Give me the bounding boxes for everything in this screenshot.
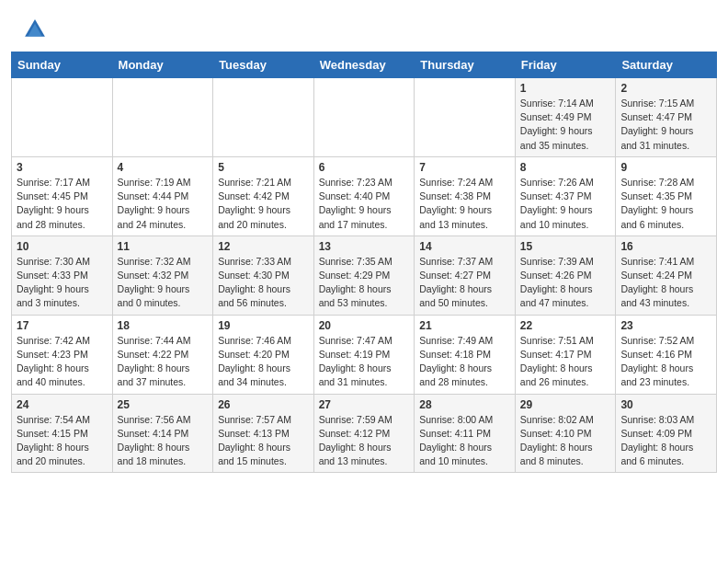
day-number: 12 [218,240,309,253]
day-number: 16 [620,240,711,253]
day-info: Sunrise: 7:54 AM Sunset: 4:15 PM Dayligh… [17,413,108,469]
day-info: Sunrise: 7:37 AM Sunset: 4:27 PM Dayligh… [419,255,510,311]
day-number: 3 [17,161,108,174]
day-info: Sunrise: 7:32 AM Sunset: 4:32 PM Dayligh… [118,255,209,311]
calendar-cell: 3Sunrise: 7:17 AM Sunset: 4:45 PM Daylig… [12,156,113,236]
day-info: Sunrise: 7:52 AM Sunset: 4:16 PM Dayligh… [620,334,711,390]
day-info: Sunrise: 7:21 AM Sunset: 4:42 PM Dayligh… [218,176,309,232]
calendar-cell: 11Sunrise: 7:32 AM Sunset: 4:32 PM Dayli… [112,236,213,315]
calendar-cell: 22Sunrise: 7:51 AM Sunset: 4:17 PM Dayli… [515,315,616,394]
day-info: Sunrise: 7:23 AM Sunset: 4:40 PM Dayligh… [319,176,410,232]
day-number: 10 [17,240,108,253]
day-info: Sunrise: 7:15 AM Sunset: 4:47 PM Dayligh… [620,97,711,153]
day-number: 25 [118,398,209,411]
calendar-header-row: SundayMondayTuesdayWednesdayThursdayFrid… [12,52,717,78]
calendar-cell: 27Sunrise: 7:59 AM Sunset: 4:12 PM Dayli… [313,394,415,473]
day-info: Sunrise: 7:19 AM Sunset: 4:44 PM Dayligh… [118,176,209,232]
calendar-cell [112,78,213,157]
day-number: 29 [520,398,611,411]
calendar-cell: 17Sunrise: 7:42 AM Sunset: 4:23 PM Dayli… [12,315,113,394]
day-info: Sunrise: 7:26 AM Sunset: 4:37 PM Dayligh… [520,176,611,232]
day-number: 1 [520,82,611,95]
day-info: Sunrise: 7:44 AM Sunset: 4:22 PM Dayligh… [118,334,209,390]
calendar-cell: 24Sunrise: 7:54 AM Sunset: 4:15 PM Dayli… [12,394,113,473]
calendar-cell: 4Sunrise: 7:19 AM Sunset: 4:44 PM Daylig… [112,156,213,236]
day-info: Sunrise: 7:33 AM Sunset: 4:30 PM Dayligh… [218,255,309,311]
calendar-cell: 30Sunrise: 8:03 AM Sunset: 4:09 PM Dayli… [616,394,717,473]
day-number: 9 [620,161,711,174]
day-number: 15 [520,240,611,253]
calendar-cell: 15Sunrise: 7:39 AM Sunset: 4:26 PM Dayli… [515,236,616,315]
calendar-cell: 8Sunrise: 7:26 AM Sunset: 4:37 PM Daylig… [515,156,616,236]
calendar-cell: 26Sunrise: 7:57 AM Sunset: 4:13 PM Dayli… [213,394,314,473]
day-number: 11 [118,240,209,253]
day-info: Sunrise: 7:39 AM Sunset: 4:26 PM Dayligh… [520,255,611,311]
calendar-week-row: 24Sunrise: 7:54 AM Sunset: 4:15 PM Dayli… [12,394,717,473]
day-number: 22 [520,319,611,332]
day-number: 24 [17,398,108,411]
calendar-week-row: 17Sunrise: 7:42 AM Sunset: 4:23 PM Dayli… [12,315,717,394]
day-number: 4 [118,161,209,174]
day-number: 8 [520,161,611,174]
day-number: 26 [218,398,309,411]
calendar-day-header: Friday [515,52,616,78]
day-info: Sunrise: 7:49 AM Sunset: 4:18 PM Dayligh… [419,334,510,390]
day-info: Sunrise: 7:41 AM Sunset: 4:24 PM Dayligh… [620,255,711,311]
day-info: Sunrise: 8:00 AM Sunset: 4:11 PM Dayligh… [419,413,510,469]
calendar-cell [12,78,113,157]
day-number: 18 [118,319,209,332]
calendar-cell: 10Sunrise: 7:30 AM Sunset: 4:33 PM Dayli… [12,236,113,315]
calendar-cell: 25Sunrise: 7:56 AM Sunset: 4:14 PM Dayli… [112,394,213,473]
calendar-cell [313,78,415,157]
day-number: 7 [419,161,510,174]
day-info: Sunrise: 7:35 AM Sunset: 4:29 PM Dayligh… [319,255,410,311]
calendar-cell: 21Sunrise: 7:49 AM Sunset: 4:18 PM Dayli… [415,315,516,394]
day-info: Sunrise: 7:56 AM Sunset: 4:14 PM Dayligh… [118,413,209,469]
day-number: 14 [419,240,510,253]
logo [22,17,51,42]
day-number: 5 [218,161,309,174]
day-number: 2 [620,82,711,95]
calendar-cell: 12Sunrise: 7:33 AM Sunset: 4:30 PM Dayli… [213,236,314,315]
calendar-cell: 5Sunrise: 7:21 AM Sunset: 4:42 PM Daylig… [213,156,314,236]
day-info: Sunrise: 7:46 AM Sunset: 4:20 PM Dayligh… [218,334,309,390]
day-number: 17 [17,319,108,332]
calendar-cell: 23Sunrise: 7:52 AM Sunset: 4:16 PM Dayli… [616,315,717,394]
calendar-day-header: Saturday [616,52,717,78]
day-info: Sunrise: 7:14 AM Sunset: 4:49 PM Dayligh… [520,97,611,153]
day-number: 30 [620,398,711,411]
calendar-day-header: Thursday [415,52,516,78]
logo-icon [22,17,48,42]
calendar-cell: 20Sunrise: 7:47 AM Sunset: 4:19 PM Dayli… [313,315,415,394]
calendar-cell [415,78,516,157]
calendar-day-header: Wednesday [313,52,415,78]
calendar-cell [213,78,314,157]
day-info: Sunrise: 7:47 AM Sunset: 4:19 PM Dayligh… [319,334,410,390]
calendar-week-row: 3Sunrise: 7:17 AM Sunset: 4:45 PM Daylig… [12,156,717,236]
calendar-table: SundayMondayTuesdayWednesdayThursdayFrid… [11,52,717,473]
day-number: 20 [319,319,410,332]
day-number: 6 [319,161,410,174]
calendar-cell: 1Sunrise: 7:14 AM Sunset: 4:49 PM Daylig… [515,78,616,157]
calendar-cell: 28Sunrise: 8:00 AM Sunset: 4:11 PM Dayli… [415,394,516,473]
day-info: Sunrise: 7:30 AM Sunset: 4:33 PM Dayligh… [17,255,108,311]
calendar-week-row: 10Sunrise: 7:30 AM Sunset: 4:33 PM Dayli… [12,236,717,315]
day-number: 21 [419,319,510,332]
day-info: Sunrise: 8:03 AM Sunset: 4:09 PM Dayligh… [620,413,711,469]
calendar-container: SundayMondayTuesdayWednesdayThursdayFrid… [0,52,728,484]
calendar-day-header: Monday [112,52,213,78]
day-info: Sunrise: 8:02 AM Sunset: 4:10 PM Dayligh… [520,413,611,469]
calendar-cell: 9Sunrise: 7:28 AM Sunset: 4:35 PM Daylig… [616,156,717,236]
day-number: 27 [319,398,410,411]
day-info: Sunrise: 7:59 AM Sunset: 4:12 PM Dayligh… [319,413,410,469]
calendar-cell: 7Sunrise: 7:24 AM Sunset: 4:38 PM Daylig… [415,156,516,236]
day-info: Sunrise: 7:57 AM Sunset: 4:13 PM Dayligh… [218,413,309,469]
calendar-cell: 6Sunrise: 7:23 AM Sunset: 4:40 PM Daylig… [313,156,415,236]
day-info: Sunrise: 7:51 AM Sunset: 4:17 PM Dayligh… [520,334,611,390]
day-info: Sunrise: 7:42 AM Sunset: 4:23 PM Dayligh… [17,334,108,390]
calendar-cell: 14Sunrise: 7:37 AM Sunset: 4:27 PM Dayli… [415,236,516,315]
calendar-cell: 29Sunrise: 8:02 AM Sunset: 4:10 PM Dayli… [515,394,616,473]
calendar-cell: 13Sunrise: 7:35 AM Sunset: 4:29 PM Dayli… [313,236,415,315]
calendar-week-row: 1Sunrise: 7:14 AM Sunset: 4:49 PM Daylig… [12,78,717,157]
calendar-cell: 2Sunrise: 7:15 AM Sunset: 4:47 PM Daylig… [616,78,717,157]
